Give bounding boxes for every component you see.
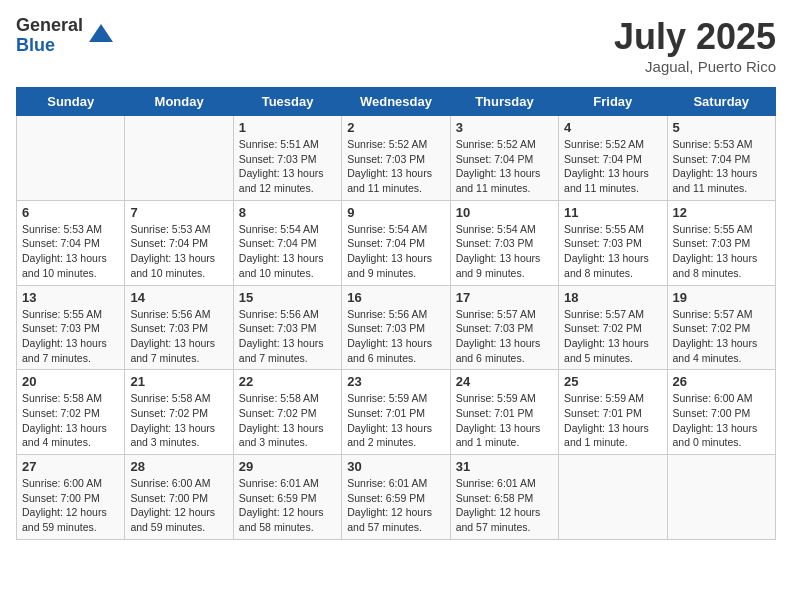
day-number: 6 [22, 205, 119, 220]
calendar-cell: 27Sunrise: 6:00 AM Sunset: 7:00 PM Dayli… [17, 455, 125, 540]
calendar-cell: 1Sunrise: 5:51 AM Sunset: 7:03 PM Daylig… [233, 116, 341, 201]
day-number: 18 [564, 290, 661, 305]
day-number: 31 [456, 459, 553, 474]
day-number: 20 [22, 374, 119, 389]
day-info: Sunrise: 5:53 AM Sunset: 7:04 PM Dayligh… [673, 137, 770, 196]
day-info: Sunrise: 6:01 AM Sunset: 6:58 PM Dayligh… [456, 476, 553, 535]
day-number: 22 [239, 374, 336, 389]
day-info: Sunrise: 5:56 AM Sunset: 7:03 PM Dayligh… [239, 307, 336, 366]
day-info: Sunrise: 5:58 AM Sunset: 7:02 PM Dayligh… [239, 391, 336, 450]
calendar-cell: 24Sunrise: 5:59 AM Sunset: 7:01 PM Dayli… [450, 370, 558, 455]
location-subtitle: Jagual, Puerto Rico [614, 58, 776, 75]
calendar-table: SundayMondayTuesdayWednesdayThursdayFrid… [16, 87, 776, 540]
calendar-cell: 16Sunrise: 5:56 AM Sunset: 7:03 PM Dayli… [342, 285, 450, 370]
calendar-cell: 5Sunrise: 5:53 AM Sunset: 7:04 PM Daylig… [667, 116, 775, 201]
calendar-week-row: 20Sunrise: 5:58 AM Sunset: 7:02 PM Dayli… [17, 370, 776, 455]
calendar-cell: 28Sunrise: 6:00 AM Sunset: 7:00 PM Dayli… [125, 455, 233, 540]
day-number: 5 [673, 120, 770, 135]
day-number: 14 [130, 290, 227, 305]
calendar-cell: 12Sunrise: 5:55 AM Sunset: 7:03 PM Dayli… [667, 200, 775, 285]
calendar-cell: 7Sunrise: 5:53 AM Sunset: 7:04 PM Daylig… [125, 200, 233, 285]
day-number: 28 [130, 459, 227, 474]
day-info: Sunrise: 5:59 AM Sunset: 7:01 PM Dayligh… [347, 391, 444, 450]
day-number: 25 [564, 374, 661, 389]
day-info: Sunrise: 5:54 AM Sunset: 7:03 PM Dayligh… [456, 222, 553, 281]
calendar-cell: 6Sunrise: 5:53 AM Sunset: 7:04 PM Daylig… [17, 200, 125, 285]
day-info: Sunrise: 5:55 AM Sunset: 7:03 PM Dayligh… [673, 222, 770, 281]
calendar-cell: 15Sunrise: 5:56 AM Sunset: 7:03 PM Dayli… [233, 285, 341, 370]
day-number: 21 [130, 374, 227, 389]
day-info: Sunrise: 5:57 AM Sunset: 7:02 PM Dayligh… [673, 307, 770, 366]
calendar-cell: 18Sunrise: 5:57 AM Sunset: 7:02 PM Dayli… [559, 285, 667, 370]
calendar-cell: 9Sunrise: 5:54 AM Sunset: 7:04 PM Daylig… [342, 200, 450, 285]
calendar-cell: 25Sunrise: 5:59 AM Sunset: 7:01 PM Dayli… [559, 370, 667, 455]
day-number: 19 [673, 290, 770, 305]
calendar-cell: 11Sunrise: 5:55 AM Sunset: 7:03 PM Dayli… [559, 200, 667, 285]
calendar-cell: 20Sunrise: 5:58 AM Sunset: 7:02 PM Dayli… [17, 370, 125, 455]
day-info: Sunrise: 5:58 AM Sunset: 7:02 PM Dayligh… [22, 391, 119, 450]
day-number: 11 [564, 205, 661, 220]
day-number: 29 [239, 459, 336, 474]
day-info: Sunrise: 5:57 AM Sunset: 7:03 PM Dayligh… [456, 307, 553, 366]
weekday-header-monday: Monday [125, 88, 233, 116]
calendar-cell: 8Sunrise: 5:54 AM Sunset: 7:04 PM Daylig… [233, 200, 341, 285]
logo-icon [87, 22, 115, 50]
weekday-header-friday: Friday [559, 88, 667, 116]
calendar-cell: 3Sunrise: 5:52 AM Sunset: 7:04 PM Daylig… [450, 116, 558, 201]
day-number: 24 [456, 374, 553, 389]
day-info: Sunrise: 5:59 AM Sunset: 7:01 PM Dayligh… [456, 391, 553, 450]
calendar-week-row: 6Sunrise: 5:53 AM Sunset: 7:04 PM Daylig… [17, 200, 776, 285]
month-year-title: July 2025 [614, 16, 776, 58]
day-info: Sunrise: 5:52 AM Sunset: 7:03 PM Dayligh… [347, 137, 444, 196]
day-info: Sunrise: 5:56 AM Sunset: 7:03 PM Dayligh… [347, 307, 444, 366]
svg-marker-0 [89, 24, 113, 42]
day-info: Sunrise: 6:00 AM Sunset: 7:00 PM Dayligh… [673, 391, 770, 450]
calendar-cell: 13Sunrise: 5:55 AM Sunset: 7:03 PM Dayli… [17, 285, 125, 370]
calendar-cell: 14Sunrise: 5:56 AM Sunset: 7:03 PM Dayli… [125, 285, 233, 370]
weekday-header-row: SundayMondayTuesdayWednesdayThursdayFrid… [17, 88, 776, 116]
calendar-cell: 22Sunrise: 5:58 AM Sunset: 7:02 PM Dayli… [233, 370, 341, 455]
day-number: 10 [456, 205, 553, 220]
calendar-cell: 30Sunrise: 6:01 AM Sunset: 6:59 PM Dayli… [342, 455, 450, 540]
weekday-header-tuesday: Tuesday [233, 88, 341, 116]
day-info: Sunrise: 5:53 AM Sunset: 7:04 PM Dayligh… [130, 222, 227, 281]
day-number: 17 [456, 290, 553, 305]
day-number: 27 [22, 459, 119, 474]
calendar-week-row: 13Sunrise: 5:55 AM Sunset: 7:03 PM Dayli… [17, 285, 776, 370]
calendar-cell: 4Sunrise: 5:52 AM Sunset: 7:04 PM Daylig… [559, 116, 667, 201]
calendar-cell: 21Sunrise: 5:58 AM Sunset: 7:02 PM Dayli… [125, 370, 233, 455]
calendar-cell [125, 116, 233, 201]
day-number: 23 [347, 374, 444, 389]
calendar-cell: 2Sunrise: 5:52 AM Sunset: 7:03 PM Daylig… [342, 116, 450, 201]
day-number: 3 [456, 120, 553, 135]
day-number: 4 [564, 120, 661, 135]
page-header: General Blue July 2025 Jagual, Puerto Ri… [16, 16, 776, 75]
day-number: 7 [130, 205, 227, 220]
day-number: 26 [673, 374, 770, 389]
calendar-week-row: 27Sunrise: 6:00 AM Sunset: 7:00 PM Dayli… [17, 455, 776, 540]
logo-blue-text: Blue [16, 36, 83, 56]
logo: General Blue [16, 16, 115, 56]
calendar-cell: 10Sunrise: 5:54 AM Sunset: 7:03 PM Dayli… [450, 200, 558, 285]
day-number: 13 [22, 290, 119, 305]
calendar-cell: 19Sunrise: 5:57 AM Sunset: 7:02 PM Dayli… [667, 285, 775, 370]
day-info: Sunrise: 5:55 AM Sunset: 7:03 PM Dayligh… [564, 222, 661, 281]
weekday-header-sunday: Sunday [17, 88, 125, 116]
calendar-cell: 26Sunrise: 6:00 AM Sunset: 7:00 PM Dayli… [667, 370, 775, 455]
weekday-header-thursday: Thursday [450, 88, 558, 116]
day-number: 1 [239, 120, 336, 135]
calendar-cell: 29Sunrise: 6:01 AM Sunset: 6:59 PM Dayli… [233, 455, 341, 540]
day-info: Sunrise: 6:01 AM Sunset: 6:59 PM Dayligh… [239, 476, 336, 535]
day-info: Sunrise: 5:52 AM Sunset: 7:04 PM Dayligh… [456, 137, 553, 196]
day-info: Sunrise: 5:57 AM Sunset: 7:02 PM Dayligh… [564, 307, 661, 366]
title-block: July 2025 Jagual, Puerto Rico [614, 16, 776, 75]
day-info: Sunrise: 5:52 AM Sunset: 7:04 PM Dayligh… [564, 137, 661, 196]
day-info: Sunrise: 5:56 AM Sunset: 7:03 PM Dayligh… [130, 307, 227, 366]
weekday-header-saturday: Saturday [667, 88, 775, 116]
calendar-cell [559, 455, 667, 540]
day-info: Sunrise: 5:55 AM Sunset: 7:03 PM Dayligh… [22, 307, 119, 366]
day-info: Sunrise: 6:01 AM Sunset: 6:59 PM Dayligh… [347, 476, 444, 535]
day-info: Sunrise: 5:54 AM Sunset: 7:04 PM Dayligh… [239, 222, 336, 281]
calendar-cell [667, 455, 775, 540]
day-number: 30 [347, 459, 444, 474]
